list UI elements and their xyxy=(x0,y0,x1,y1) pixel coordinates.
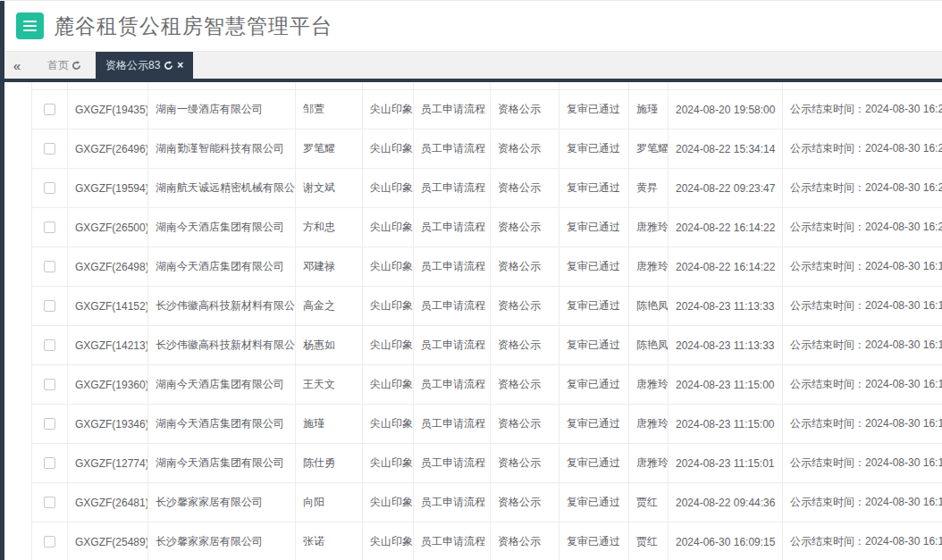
row-checkbox[interactable] xyxy=(44,457,55,469)
cell-apply-time: 2024-08-22 15:34:14 xyxy=(669,130,783,169)
cell-company: 湖南一缦酒店有限公司 xyxy=(148,90,296,130)
cell-status: 资格公示 xyxy=(491,90,559,130)
cell-company: 长沙伟徽高科技新材料有限公司 xyxy=(148,326,296,365)
row-checkbox[interactable] xyxy=(44,182,55,194)
row-checkbox[interactable] xyxy=(44,536,55,547)
checkbox-cell xyxy=(32,169,68,208)
cell-review-result: 复审已通过 xyxy=(559,522,629,560)
cell-review-result: 复审已通过 xyxy=(559,444,629,483)
checkbox-cell xyxy=(32,522,68,560)
table-row: GXGZF(19435) 湖南一缦酒店有限公司 邹萱 尖山印象 员工申请流程 资… xyxy=(32,90,942,130)
cell-apply-time: 2024-08-22 16:14:22 xyxy=(669,208,783,247)
cell-status: 资格公示 xyxy=(491,405,559,444)
cell-review-result: 复审已通过 xyxy=(559,405,629,444)
cell-publicity-end-time: 公示结束时间：2024-08-30 16:17:40 xyxy=(783,522,942,560)
cell-process: 员工申请流程 xyxy=(414,405,491,444)
qualification-table: GXGZF(19435) 湖南一缦酒店有限公司 邹萱 尖山印象 员工申请流程 资… xyxy=(31,82,942,560)
row-checkbox[interactable] xyxy=(44,104,55,115)
cell-application-id: GXGZF(19435) xyxy=(68,90,148,130)
checkbox-cell xyxy=(32,130,68,169)
cell-application-id: GXGZF(19360) xyxy=(68,365,148,405)
table-row: GXGZF(25489) 长沙馨家家居有限公司 张诺 尖山印象 员工申请流程 资… xyxy=(32,522,942,560)
cell-publicity-end-time: 公示结束时间：2024-08-30 16:22:11 xyxy=(783,130,942,169)
cell-apply-time: 2024-08-23 11:13:33 xyxy=(669,287,783,326)
tab-qualification-publicity[interactable]: 资格公示83 × xyxy=(96,52,193,79)
row-checkbox[interactable] xyxy=(44,418,55,430)
cell-process: 员工申请流程 xyxy=(414,169,491,208)
cell-company: 长沙馨家家居有限公司 xyxy=(148,522,296,560)
cell-apply-time: 2024-08-22 09:44:36 xyxy=(669,483,783,522)
row-checkbox[interactable] xyxy=(44,300,55,312)
checkbox-cell xyxy=(32,287,68,326)
menu-toggle-button[interactable] xyxy=(16,13,44,39)
cell-application-id: GXGZF(26498) xyxy=(68,247,148,287)
refresh-icon[interactable] xyxy=(164,61,173,71)
row-checkbox[interactable] xyxy=(44,261,55,272)
cell-estate: 尖山印象 xyxy=(363,522,414,560)
cell-status: 资格公示 xyxy=(491,130,559,169)
cell-applicant: 方和忠 xyxy=(296,208,363,247)
cell-apply-time: 2024-08-23 11:15:00 xyxy=(669,365,783,405)
checkbox-cell xyxy=(32,326,68,365)
cell-applicant: 邹萱 xyxy=(296,90,363,130)
cell-applicant: 陈仕勇 xyxy=(296,444,363,483)
cell-applicant: 高金之 xyxy=(296,287,363,326)
cell-reviewer: 施瑾 xyxy=(629,90,669,130)
cell-review-result: 复审已通过 xyxy=(559,130,629,169)
cell-publicity-end-time: 公示结束时间：2024-08-30 16:18:11 xyxy=(783,444,942,483)
cell-applicant: 施瑾 xyxy=(296,405,363,444)
row-checkbox[interactable] xyxy=(44,143,55,155)
checkbox-cell xyxy=(32,208,68,247)
row-checkbox[interactable] xyxy=(44,379,55,390)
checkbox-cell xyxy=(32,90,68,130)
cell-publicity-end-time: 公示结束时间：2024-08-30 16:21:56 xyxy=(783,169,942,208)
cell-review-result: 复审已通过 xyxy=(559,483,629,522)
cell-process: 员工申请流程 xyxy=(414,90,491,130)
cell-review-result: 复审已通过 xyxy=(559,326,629,365)
cell-application-id: GXGZF(19594) xyxy=(68,169,148,208)
checkbox-cell xyxy=(32,444,68,483)
cell-review-result: 复审已通过 xyxy=(559,287,629,326)
cell-estate: 尖山印象 xyxy=(363,365,414,405)
row-checkbox[interactable] xyxy=(44,339,55,351)
cell-publicity-end-time: 公示结束时间：2024-08-30 16:19:09 xyxy=(783,365,942,405)
cell-review-result: 复审已通过 xyxy=(559,365,629,405)
cell-company: 湖南今天酒店集团有限公司 xyxy=(148,247,296,287)
cell-estate: 尖山印象 xyxy=(363,405,414,444)
cell-publicity-end-time: 公示结束时间：2024-08-30 16:22:23 xyxy=(783,90,942,130)
cell-apply-time: 2024-08-22 09:23:47 xyxy=(669,169,783,208)
close-tab-icon[interactable]: × xyxy=(177,60,183,71)
cell-status: 资格公示 xyxy=(491,326,559,365)
cell-estate: 尖山印象 xyxy=(363,247,414,287)
cell-status: 资格公示 xyxy=(491,169,559,208)
row-checkbox[interactable] xyxy=(44,221,55,233)
cell-estate: 尖山印象 xyxy=(363,90,414,130)
cell-process: 员工申请流程 xyxy=(414,365,491,405)
cell-status: 资格公示 xyxy=(491,247,559,287)
refresh-icon[interactable] xyxy=(71,61,81,71)
cell-status: 资格公示 xyxy=(491,444,559,483)
app-title: 麓谷租赁公租房智慧管理平台 xyxy=(54,13,332,40)
table-row: GXGZF(14213) 长沙伟徽高科技新材料有限公司 杨惠如 尖山印象 员工申… xyxy=(32,326,942,365)
cell-estate: 尖山印象 xyxy=(363,169,414,208)
cell-publicity-end-time: 公示结束时间：2024-08-30 16:19:39 xyxy=(783,287,942,326)
checkbox-cell xyxy=(32,405,68,444)
cell-application-id: GXGZF(26500) xyxy=(68,208,148,247)
cell-publicity-end-time: 公示结束时间：2024-08-30 16:21:07 xyxy=(783,208,942,247)
table-row: GXGZF(19594) 湖南航天诚远精密机械有限公司 谢文斌 尖山印象 员工申… xyxy=(32,169,942,208)
cell-company: 长沙馨家家居有限公司 xyxy=(148,483,296,522)
cell-status: 资格公示 xyxy=(491,522,559,560)
cell-application-id: GXGZF(26481) xyxy=(68,483,148,522)
cell-applicant: 杨惠如 xyxy=(296,326,363,365)
cell-company: 湖南勤谨智能科技有限公司 xyxy=(148,130,296,169)
cell-company: 湖南今天酒店集团有限公司 xyxy=(148,365,296,405)
cell-reviewer: 黄昇 xyxy=(629,169,669,208)
cell-process: 员工申请流程 xyxy=(414,483,491,522)
collapse-tabs-icon[interactable]: « xyxy=(4,58,29,73)
cell-review-result: 复审已通过 xyxy=(559,169,629,208)
row-checkbox[interactable] xyxy=(44,497,55,508)
table-row: GXGZF(26498) 湖南今天酒店集团有限公司 邓建禄 尖山印象 员工申请流… xyxy=(32,247,942,287)
cell-applicant: 邓建禄 xyxy=(296,247,363,287)
tab-home[interactable]: 首页 xyxy=(40,52,88,79)
cell-company: 长沙伟徽高科技新材料有限公司 xyxy=(148,287,296,326)
